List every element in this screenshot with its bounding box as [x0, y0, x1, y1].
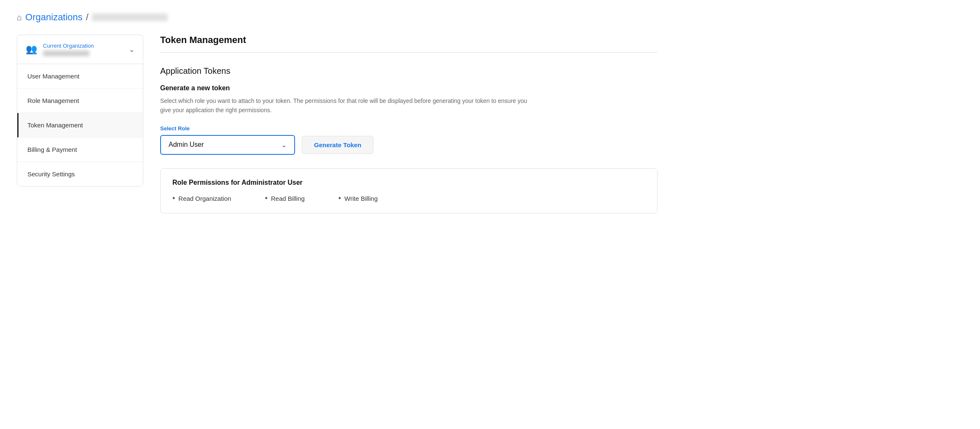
generate-token-button[interactable]: Generate Token	[302, 136, 373, 154]
title-divider	[160, 52, 658, 53]
org-chevron-icon: ⌄	[129, 46, 134, 54]
breadcrumb-current-org	[92, 13, 168, 21]
section-title: Application Tokens	[160, 66, 658, 76]
main-layout: 👥 Current Organization ⌄ User Management…	[17, 35, 658, 213]
permission-label-1: Read Billing	[271, 195, 305, 202]
org-name	[43, 51, 89, 56]
permission-item-1: • Read Billing	[265, 194, 304, 203]
bullet-icon-1: •	[265, 194, 267, 203]
generate-token-heading: Generate a new token	[160, 84, 658, 92]
org-info: Current Organization	[43, 43, 94, 56]
generate-token-desc: Select which role you want to attach to …	[160, 96, 540, 115]
org-label: Current Organization	[43, 43, 94, 49]
bullet-icon-0: •	[172, 194, 175, 203]
permissions-box: Role Permissions for Administrator User …	[160, 168, 658, 213]
breadcrumb: ⌂ Organizations /	[17, 12, 658, 23]
organizations-link[interactable]: Organizations	[25, 12, 83, 23]
org-people-icon: 👥	[26, 44, 37, 55]
org-selector[interactable]: 👥 Current Organization ⌄	[17, 35, 143, 64]
role-select-dropdown[interactable]: Admin User ⌄	[160, 135, 295, 155]
role-select-value: Admin User	[169, 141, 204, 148]
select-chevron-icon: ⌄	[281, 141, 287, 149]
org-selector-left: 👥 Current Organization	[26, 43, 94, 56]
sidebar-item-billing-payment[interactable]: Billing & Payment	[17, 138, 143, 162]
select-role-label: Select Role	[160, 125, 658, 132]
sidebar-item-user-management[interactable]: User Management	[17, 64, 143, 89]
permissions-title: Role Permissions for Administrator User	[172, 179, 645, 186]
sidebar: 👥 Current Organization ⌄ User Management…	[17, 35, 143, 186]
permission-label-0: Read Organization	[178, 195, 231, 202]
permission-item-2: • Write Billing	[338, 194, 378, 203]
permissions-list: • Read Organization • Read Billing • Wri…	[172, 194, 645, 203]
breadcrumb-separator: /	[86, 12, 89, 23]
home-icon: ⌂	[17, 13, 22, 22]
token-controls: Admin User ⌄ Generate Token	[160, 135, 658, 155]
sidebar-item-token-management[interactable]: Token Management	[17, 113, 143, 138]
bullet-icon-2: •	[338, 194, 341, 203]
permission-item-0: • Read Organization	[172, 194, 231, 203]
sidebar-item-security-settings[interactable]: Security Settings	[17, 162, 143, 186]
page-title: Token Management	[160, 35, 658, 46]
permission-label-2: Write Billing	[344, 195, 378, 202]
sidebar-item-role-management[interactable]: Role Management	[17, 89, 143, 113]
main-content: Token Management Application Tokens Gene…	[160, 35, 658, 213]
